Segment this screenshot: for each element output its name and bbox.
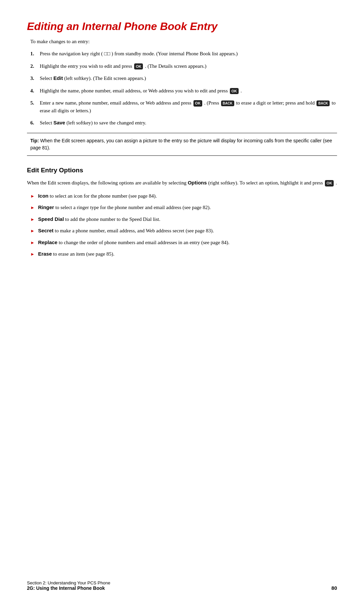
bullet-arrow-2: ► [30, 204, 35, 211]
bullet-speeddial-content: Speed Dial to add the phone number to th… [38, 215, 337, 223]
bullet-replace: ► Replace to change the order of phone n… [30, 239, 337, 247]
intro-text: To make changes to an entry: [30, 39, 337, 45]
bullet-arrow-4: ► [30, 228, 35, 234]
step-4-number: 4. [30, 87, 40, 95]
back-badge-step5a: BACK [221, 100, 234, 106]
step-2-number: 2. [30, 62, 40, 70]
section2-title: Edit Entry Options [27, 167, 337, 174]
step-6: 6. Select Save (left softkey) to save th… [30, 119, 337, 127]
bullet-arrow-1: ► [30, 193, 35, 200]
footer-subsection: 2G: Using the Internal Phone Book [27, 585, 110, 591]
section2-desc: When the Edit screen displays, the follo… [27, 179, 337, 187]
steps-list: 1. Press the navigation key right ( □□ )… [30, 50, 337, 127]
step-5-content: Enter a new name, phone number, email ad… [40, 99, 337, 114]
footer-left: Section 2: Understanding Your PCS Phone … [27, 580, 110, 591]
bullet-erase-content: Erase to erase an item (see page 85). [38, 250, 337, 258]
step-3-number: 3. [30, 75, 40, 82]
step-5-number: 5. [30, 99, 40, 114]
footer-section: Section 2: Understanding Your PCS Phone [27, 580, 110, 585]
bullet-arrow-3: ► [30, 216, 35, 223]
icon-bold: Icon [38, 193, 49, 199]
bullet-arrow-6: ► [30, 251, 35, 258]
step-1-content: Press the navigation key right ( □□ ) fr… [40, 50, 337, 58]
secret-bold: Secret [38, 228, 54, 233]
ok-badge-step4: OK [230, 88, 239, 94]
replace-bold: Replace [38, 239, 58, 245]
bullet-icon-content: Icon to select an icon for the phone num… [38, 192, 337, 200]
tip-box: Tip: When the Edit screen appears, you c… [27, 133, 337, 156]
ringer-bold: Ringer [38, 204, 54, 210]
step-1: 1. Press the navigation key right ( □□ )… [30, 50, 337, 58]
bullet-ringer: ► Ringer to select a ringer type for the… [30, 204, 337, 211]
speeddial-bold: Speed Dial [38, 216, 64, 222]
step-5: 5. Enter a new name, phone number, email… [30, 99, 337, 114]
bullet-icon: ► Icon to select an icon for the phone n… [30, 192, 337, 200]
step-1-number: 1. [30, 50, 40, 58]
bullet-ringer-content: Ringer to select a ringer type for the p… [38, 204, 337, 211]
ok-badge-step2: OK [134, 63, 143, 70]
step-2-content: Highlight the entry you wish to edit and… [40, 62, 337, 70]
bullet-list: ► Icon to select an icon for the phone n… [30, 192, 337, 258]
bullet-erase: ► Erase to erase an item (see page 85). [30, 250, 337, 258]
step-3-content: Select Edit (left softkey). (The Edit sc… [40, 75, 337, 82]
bullet-secret-content: Secret to make a phone number, email add… [38, 227, 337, 235]
step-6-content: Select Save (left softkey) to save the c… [40, 119, 337, 127]
options-bold: Options [188, 180, 207, 185]
step-2: 2. Highlight the entry you wish to edit … [30, 62, 337, 70]
bullet-secret: ► Secret to make a phone number, email a… [30, 227, 337, 235]
bullet-speeddial: ► Speed Dial to add the phone number to … [30, 215, 337, 223]
page-title: Editing an Internal Phone Book Entry [27, 20, 337, 33]
step-3: 3. Select Edit (left softkey). (The Edit… [30, 75, 337, 82]
bullet-replace-content: Replace to change the order of phone num… [38, 239, 337, 247]
ok-badge-section2: OK [325, 180, 334, 186]
footer: Section 2: Understanding Your PCS Phone … [27, 580, 337, 591]
step-6-bold: Save [53, 120, 65, 125]
step-3-bold: Edit [53, 75, 63, 81]
back-badge-step5b: BACK [316, 100, 330, 106]
bullet-arrow-5: ► [30, 239, 35, 246]
erase-bold: Erase [38, 251, 52, 257]
step-4: 4. Highlight the name, phone number, ema… [30, 87, 337, 95]
footer-page: 80 [331, 585, 337, 591]
tip-label: Tip: [30, 138, 39, 143]
tip-text: When the Edit screen appears, you can as… [30, 138, 332, 150]
ok-badge-step5a: OK [193, 100, 203, 107]
step-4-content: Highlight the name, phone number, email … [40, 87, 337, 95]
step-6-number: 6. [30, 119, 40, 127]
